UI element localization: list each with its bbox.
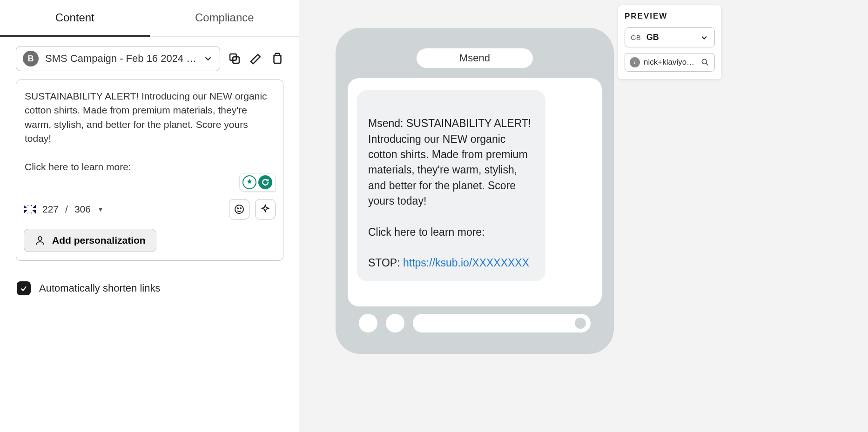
sms-bubble: Msend: SUSTAINABILITY ALERT! Introducing… [357,90,545,281]
add-personalization-label: Add personalization [52,235,146,246]
editor-footer-actions [229,199,276,219]
sms-stop-prefix: STOP: [368,257,403,269]
sms-stop-link[interactable]: https://ksub.io/XXXXXXXX [403,257,529,269]
trash-icon [270,52,284,66]
svg-rect-2 [274,56,281,63]
shorten-links-checkbox[interactable] [17,281,31,295]
copy-icon [228,52,242,66]
country-select[interactable]: GB GB [625,27,715,47]
person-icon [34,235,46,246]
assistant-badges [239,173,276,192]
emoji-icon [234,204,245,215]
pencil-icon [249,52,263,66]
campaign-row: B SMS Campaign - Feb 16 2024 … [16,46,283,71]
add-personalization-button[interactable]: Add personalization [24,229,156,252]
campaign-name: SMS Campaign - Feb 16 2024 … [45,53,196,65]
phone-footer [348,306,602,340]
message-editor: SUSTAINABILITY ALERT! Introducing our NE… [16,80,283,261]
phone-preview: Msend Msend: SUSTAINABILITY ALERT! Intro… [336,28,614,354]
svg-point-7 [702,59,707,64]
country-code: GB [631,33,641,41]
search-icon [700,58,710,67]
uk-flag-icon [24,205,36,213]
chevron-down-icon [700,33,709,42]
editor-body: B SMS Campaign - Feb 16 2024 … SUSTAINAB… [0,37,299,295]
tab-content-label: Content [55,11,94,24]
info-icon: i [630,57,640,67]
svg-line-8 [706,63,708,66]
phone-footer-circle-icon [359,314,377,332]
phone-body: Msend: SUSTAINABILITY ALERT! Introducing… [348,78,602,306]
check-icon [20,284,28,292]
delete-button[interactable] [270,48,284,69]
ai-button[interactable] [255,199,276,219]
edit-button[interactable] [249,48,263,69]
phone-footer-circle-icon [386,314,404,332]
shorten-links-row: Automatically shorten links [17,281,283,295]
char-total: 306 [74,204,91,215]
preview-settings-panel: PREVIEW GB GB i nick+klaviyo… [618,5,722,80]
svg-point-6 [38,237,42,240]
tab-content[interactable]: Content [0,0,150,36]
campaign-select[interactable]: B SMS Campaign - Feb 16 2024 … [16,46,220,71]
svg-point-5 [240,208,241,209]
char-counter: 227 / 306 ▼ [24,204,104,215]
copy-button[interactable] [228,48,242,69]
country-name: GB [646,33,659,42]
char-sep: / [65,204,68,215]
suggestion-icon[interactable] [242,175,256,189]
phone-screen: Msend: SUSTAINABILITY ALERT! Introducing… [348,78,602,306]
country-left: GB GB [631,33,659,42]
tab-compliance-label: Compliance [195,11,254,24]
svg-point-4 [237,208,238,209]
sparkle-icon [260,204,271,215]
phone-header: Msend [348,40,602,78]
chevron-down-icon [203,53,213,64]
variant-badge: B [23,51,39,66]
sms-bubble-text: Msend: SUSTAINABILITY ALERT! Introducing… [368,117,531,238]
tabs: Content Compliance [0,0,299,37]
preview-profile-select[interactable]: i nick+klaviyo… [625,53,715,72]
grammarly-icon[interactable] [258,175,272,189]
message-textarea[interactable]: SUSTAINABILITY ALERT! Introducing our NE… [24,87,276,180]
phone-sender: Msend [417,48,533,68]
preview-profile-name: nick+klaviyo… [644,58,697,67]
char-used: 227 [42,204,59,215]
preview-title: PREVIEW [625,12,715,21]
tab-compliance[interactable]: Compliance [150,0,300,36]
emoji-button[interactable] [229,199,249,219]
char-counter-caret-icon[interactable]: ▼ [97,206,104,213]
editor-footer-row: 227 / 306 ▼ [24,199,276,219]
shorten-links-label: Automatically shorten links [39,282,160,294]
editor-panel: Content Compliance B SMS Campaign - Feb … [0,0,299,432]
svg-point-3 [235,205,243,213]
phone-frame: Msend Msend: SUSTAINABILITY ALERT! Intro… [336,28,614,354]
phone-input-pill [413,314,591,332]
preview-pane: Msend Msend: SUSTAINABILITY ALERT! Intro… [299,0,868,432]
